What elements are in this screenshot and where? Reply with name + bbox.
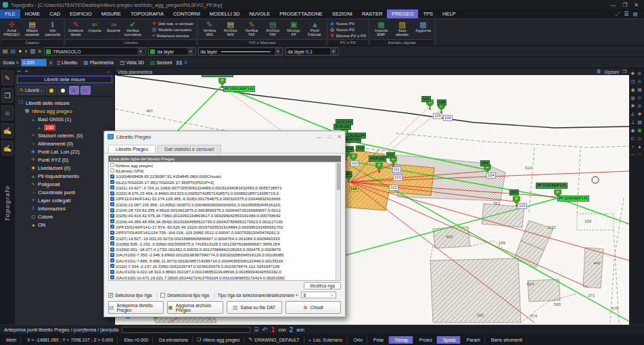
menu-item[interactable]: NUVOLE bbox=[244, 9, 275, 18]
tree-item[interactable]: ▦rilievo agg pregeo bbox=[15, 107, 114, 115]
map-tool-icon[interactable]: ◉ bbox=[630, 86, 636, 93]
pregeo-row[interactable]: 6|Libretto GPS| bbox=[109, 168, 340, 173]
map-label[interactable]: 603 bbox=[526, 282, 534, 287]
elimina-pv-pd-item[interactable]: ✖Elimina PV o PD bbox=[330, 33, 366, 39]
folder-icon[interactable]: ▤ bbox=[11, 48, 16, 55]
tree-item[interactable]: ∿Poligonali bbox=[15, 180, 114, 188]
pregeo-row[interactable]: 2|AUX102|-10.671,16.021,7.350|0.00144272… bbox=[109, 275, 340, 280]
pregeo-row[interactable]: 2|108|0.505,-1.232,-0.509|0.0023099375,0… bbox=[109, 241, 340, 246]
map-tool-icon[interactable]: ◉ bbox=[630, 127, 636, 134]
row-checkbox[interactable] bbox=[110, 270, 114, 274]
window-icon[interactable]: ❐ bbox=[622, 69, 626, 74]
scala-input[interactable]: 1:200 bbox=[21, 59, 47, 66]
pregeo-row[interactable]: 6|L2|17032026-17:35|17032026-17:35|RTK|P… bbox=[109, 179, 340, 185]
status-item[interactable]: ●Loc. Euleriano bbox=[304, 336, 348, 344]
seleziona-checkbox[interactable] bbox=[108, 293, 113, 298]
chiudi-button[interactable]: ⊗Chiudi bbox=[285, 301, 341, 314]
row-checkbox[interactable] bbox=[110, 231, 114, 235]
map-tool-icon[interactable]: ⊖ bbox=[637, 78, 643, 85]
status-item[interactable]: X = -14881.060 ; Y = 7098.107 ; Z = 0.00… bbox=[21, 336, 118, 344]
info-particella-button[interactable]: ℹInfo particella bbox=[43, 20, 63, 39]
map-label[interactable]: AUX102 bbox=[369, 156, 386, 162]
row-checkbox[interactable] bbox=[110, 214, 114, 218]
zoom-in-button[interactable]: + bbox=[25, 68, 28, 74]
tree-item[interactable]: ●ON bbox=[15, 221, 114, 229]
pregeo-row[interactable]: 2|PF15/0140/F141|-17.574,-90.620,49.132|… bbox=[109, 224, 340, 229]
map-label[interactable]: PF11/0160/F141 bbox=[536, 183, 568, 189]
aggiorna-archivio-button[interactable]: ▣Aggiorna archivio Pregeo bbox=[167, 301, 223, 314]
status-item[interactable]: Orto bbox=[347, 336, 367, 344]
layers-tool-icon[interactable]: ≋ bbox=[1, 106, 14, 120]
undo-icon[interactable]: ↶ bbox=[262, 326, 267, 334]
map-label[interactable]: 440 bbox=[593, 261, 601, 266]
verifica-normativa-button[interactable]: ✔Verifica normativa bbox=[123, 20, 142, 39]
aggiorna-button[interactable]: ▩Aggiorna bbox=[413, 20, 434, 39]
map-tool-icon[interactable]: ∠ bbox=[630, 110, 636, 118]
dati-stat-censuari-item[interactable]: ❖Dati stat. e censuar. bbox=[152, 21, 194, 26]
tree-item[interactable]: ≋Layer collegati bbox=[15, 196, 114, 204]
status-item[interactable]: Barre strumenti bbox=[485, 336, 527, 344]
map-tool-icon[interactable]: ◍ bbox=[630, 94, 636, 101]
status-item[interactable]: Polar bbox=[367, 336, 389, 344]
layer-select[interactable]: TRIANGOLO▾ bbox=[44, 47, 145, 55]
pregeo-row[interactable]: 2|PF11/0140/F141|-32.274,128.365,-6.918|… bbox=[109, 196, 340, 202]
map-label[interactable]: 103 bbox=[393, 175, 402, 181]
printer-icon[interactable]: ▥ bbox=[30, 48, 36, 55]
map-label[interactable]: 112 bbox=[356, 145, 365, 152]
menu-item[interactable]: MISURE bbox=[97, 9, 126, 18]
map-label[interactable]: 1122 bbox=[547, 225, 557, 230]
map-tool-icon[interactable]: ❖ bbox=[637, 110, 643, 118]
grid-icon[interactable]: ▦ bbox=[632, 11, 638, 18]
row-checkbox[interactable] bbox=[110, 202, 114, 206]
menu-item[interactable]: RASTER bbox=[357, 9, 387, 18]
map-tool-icon[interactable]: ▦ bbox=[637, 86, 643, 93]
row-checkbox[interactable] bbox=[110, 219, 114, 223]
map-label[interactable]: 353 bbox=[492, 202, 501, 206]
color-select[interactable]: da layer▾ bbox=[148, 47, 196, 55]
map-tool-icon[interactable]: ✖ bbox=[630, 102, 636, 110]
map-tool-icon[interactable]: ⊥ bbox=[630, 118, 636, 126]
row-checkbox[interactable] bbox=[110, 197, 114, 201]
pregeo-row[interactable]: 2|106|-44.359,48.956,34.054|0.0019183495… bbox=[109, 218, 340, 224]
nuovo-pv-item[interactable]: ◉Nuovo PV bbox=[330, 21, 366, 26]
pregeo-row[interactable]: 2|102|-8.076,23.404,-0.846|0.001323,0.00… bbox=[109, 190, 340, 196]
salva-dat-button[interactable]: ▥Salva su file DAT bbox=[227, 301, 282, 314]
tree-item[interactable]: ⊥Coordinate punti bbox=[15, 188, 114, 196]
view-toggle-button[interactable]: ▤Sezioni bbox=[148, 59, 175, 66]
hamburger-icon[interactable]: ☰ bbox=[597, 69, 601, 74]
libretti-menu-button[interactable]: ✎Libretti▾ bbox=[17, 86, 45, 95]
map-label[interactable]: 104 bbox=[486, 172, 496, 179]
map-label[interactable]: 105 bbox=[433, 113, 442, 119]
row-checkbox[interactable] bbox=[110, 180, 114, 184]
dialog-close-button[interactable]: ✕ bbox=[337, 134, 342, 140]
lineweight-select[interactable]: da layer 0.1▾ bbox=[285, 47, 338, 55]
relazione-tecnica-item[interactable]: ♥Relazione tecnica bbox=[152, 33, 194, 38]
status-item[interactable]: Proiez bbox=[413, 336, 437, 344]
pregeo-row[interactable]: 2|PF07/0140/F141|134.709,-164.018,-119.2… bbox=[109, 230, 340, 235]
command-input[interactable] bbox=[122, 327, 250, 333]
modello-censuario-item[interactable]: ▥Modello censuario bbox=[152, 27, 194, 32]
status-item[interactable]: Metri bbox=[0, 336, 21, 344]
menu-item[interactable]: HOME bbox=[20, 9, 45, 18]
verifica-mis-button[interactable]: ✎Verifica MIS bbox=[199, 20, 220, 39]
status-item[interactable]: Osnap bbox=[389, 336, 413, 344]
map-label[interactable]: 104 bbox=[480, 160, 490, 166]
view-toggle-button[interactable]: ▦Planimetria bbox=[81, 59, 116, 66]
pregeo-row[interactable]: 2|101|-10.927,-3.724,11.106|0.0077205306… bbox=[109, 185, 340, 190]
map-label[interactable]: 102 bbox=[389, 185, 398, 191]
chevron-down-icon[interactable]: ▾ bbox=[49, 60, 53, 66]
layer-color-swatch[interactable]: ■ bbox=[38, 48, 41, 55]
tab-libretto-pregeo[interactable]: Libretto Pregeo bbox=[108, 145, 156, 153]
tree-item[interactable]: ✚Punti XYZ (0) bbox=[15, 156, 114, 164]
menu-item[interactable]: SEZIONI bbox=[327, 9, 357, 18]
menu-item[interactable]: TPS bbox=[418, 9, 438, 18]
pregeo-row[interactable]: 2|109|0.651,-18.077,4.173|0.001452,0.000… bbox=[109, 246, 340, 252]
esporta-button[interactable]: ⇒Esporta bbox=[104, 20, 123, 39]
close-button[interactable]: ✕ bbox=[634, 2, 639, 8]
back-arrow-icon[interactable]: ← bbox=[106, 68, 112, 74]
tree-item[interactable]: ℹInformazioni bbox=[15, 204, 114, 212]
scrollbar-thumb[interactable] bbox=[337, 163, 340, 190]
row-checkbox[interactable] bbox=[110, 242, 114, 246]
history-list-icon[interactable]: ☰ bbox=[254, 327, 258, 333]
status-item[interactable]: Spess bbox=[437, 336, 461, 344]
